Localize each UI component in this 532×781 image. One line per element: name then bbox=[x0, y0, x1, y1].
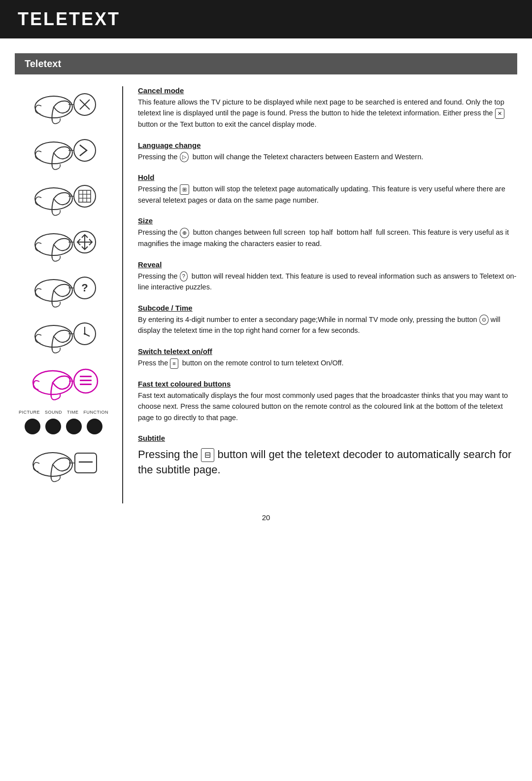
size-body: Pressing the ⊕ button changes between fu… bbox=[138, 227, 517, 249]
page-number: 20 bbox=[0, 513, 532, 522]
expand-icon-inline: ⊕ bbox=[180, 228, 189, 238]
hold-title: Hold bbox=[138, 173, 517, 181]
subtitle-body: Pressing the ⊟ button will get the telet… bbox=[138, 447, 517, 478]
hold-illustration bbox=[19, 178, 108, 215]
section-title: Teletext bbox=[25, 58, 507, 70]
svg-rect-33 bbox=[80, 376, 92, 377]
time-label: TIME bbox=[67, 410, 79, 415]
sound-button-circle bbox=[45, 419, 61, 434]
switch-teletext-title: Switch teletext on/off bbox=[138, 347, 517, 355]
svg-rect-10 bbox=[79, 190, 91, 202]
cancel-mode-body: This feature allows the TV picture to be… bbox=[138, 97, 517, 130]
sound-label: SOUND bbox=[45, 410, 62, 415]
svg-point-9 bbox=[74, 185, 96, 207]
button-circles bbox=[25, 419, 102, 434]
function-label: FUNCTION bbox=[84, 410, 109, 415]
right-arrow-icon-inline: ▷ bbox=[180, 152, 189, 162]
feature-subtitle: Subtitle Pressing the ⊟ button will get … bbox=[138, 434, 517, 478]
fast-text-title: Fast text coloured buttons bbox=[138, 380, 517, 388]
picture-button-circle bbox=[25, 419, 40, 434]
subtitle-icon-inline: ⊟ bbox=[201, 448, 214, 462]
subcode-time-title: Subcode / Time bbox=[138, 304, 517, 312]
menu-icon-inline: ≡ bbox=[170, 358, 178, 369]
svg-point-29 bbox=[84, 333, 86, 335]
colored-buttons-illustration: PICTURE SOUND TIME FUNCTION bbox=[19, 410, 108, 434]
svg-rect-35 bbox=[80, 384, 92, 385]
subtitle-title: Subtitle bbox=[138, 434, 517, 442]
x-icon-inline: ✕ bbox=[495, 108, 504, 119]
svg-rect-34 bbox=[80, 380, 92, 381]
button-labels: PICTURE SOUND TIME FUNCTION bbox=[19, 410, 108, 415]
feature-reveal: Reveal Pressing the ? button will reveal… bbox=[138, 260, 517, 293]
page-title: TELETEXT bbox=[18, 9, 514, 30]
feature-language-change: Language change Pressing the ▷ button wi… bbox=[138, 141, 517, 163]
feature-switch-teletext: Switch teletext on/off Press the ≡ butto… bbox=[138, 347, 517, 369]
reveal-illustration: ? bbox=[19, 270, 108, 307]
language-change-illustration bbox=[19, 132, 108, 169]
subtitle-illustration bbox=[19, 443, 108, 483]
language-change-title: Language change bbox=[138, 141, 517, 149]
feature-cancel-mode: Cancel mode This feature allows the TV p… bbox=[138, 86, 517, 130]
fast-text-body: Fast text automatically displays the fou… bbox=[138, 390, 517, 423]
cancel-mode-illustration bbox=[19, 86, 108, 123]
reveal-title: Reveal bbox=[138, 260, 517, 269]
reveal-body: Pressing the ? button will reveal hidden… bbox=[138, 271, 517, 293]
hold-body: Pressing the ⊞ button will stop the tele… bbox=[138, 183, 517, 206]
size-illustration bbox=[19, 224, 108, 261]
page-header: TELETEXT bbox=[0, 0, 532, 38]
switch-teletext-body: Press the ≡ button on the remote control… bbox=[138, 357, 517, 369]
language-change-body: Pressing the ▷ button will change the Te… bbox=[138, 151, 517, 163]
feature-hold: Hold Pressing the ⊞ button will stop the… bbox=[138, 173, 517, 206]
size-title: Size bbox=[138, 216, 517, 225]
question-icon-inline: ? bbox=[180, 271, 188, 282]
grid-icon-inline: ⊞ bbox=[180, 184, 189, 195]
svg-rect-38 bbox=[75, 453, 97, 473]
subcode-time-illustration bbox=[19, 316, 108, 353]
cancel-mode-title: Cancel mode bbox=[138, 86, 517, 95]
svg-point-6 bbox=[74, 140, 96, 161]
switch-teletext-illustration bbox=[19, 361, 108, 401]
clock-icon-inline: ⊙ bbox=[479, 315, 489, 325]
svg-text:?: ? bbox=[81, 282, 88, 294]
picture-label: PICTURE bbox=[19, 410, 40, 415]
section-title-bar: Teletext bbox=[15, 53, 517, 74]
subcode-time-body: By entering its 4-digit number to enter … bbox=[138, 314, 517, 336]
text-column: Cancel mode This feature allows the TV p… bbox=[123, 86, 517, 503]
feature-subcode-time: Subcode / Time By entering its 4-digit n… bbox=[138, 304, 517, 336]
time-button-circle bbox=[66, 419, 82, 434]
illustrations-column: ? bbox=[15, 86, 123, 503]
feature-fast-text: Fast text coloured buttons Fast text aut… bbox=[138, 380, 517, 423]
function-button-circle bbox=[87, 419, 102, 434]
feature-size: Size Pressing the ⊕ button changes betwe… bbox=[138, 216, 517, 249]
main-content: ? bbox=[15, 86, 517, 503]
